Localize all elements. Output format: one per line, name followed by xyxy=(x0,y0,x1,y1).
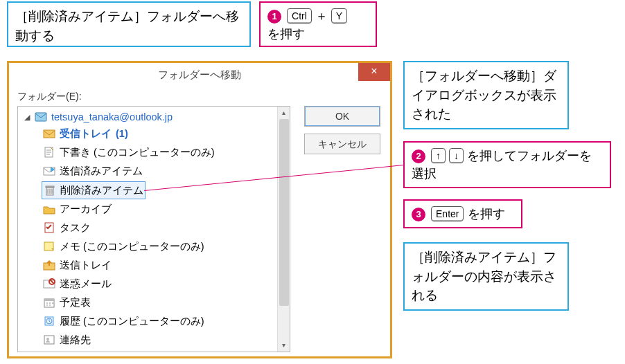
move-to-folder-dialog: フォルダーへ移動 × フォルダー(E): ◢ tetsuya_tanaka@ou… xyxy=(7,61,392,358)
svg-rect-0 xyxy=(35,113,46,121)
tree-item[interactable]: メモ (このコンピューターのみ) xyxy=(42,238,290,257)
tree-item[interactable]: 送信済みアイテム xyxy=(42,163,290,181)
tree-item-count: (1) xyxy=(116,125,128,142)
calendar-icon xyxy=(43,297,55,308)
callout-step-2: 2 ↑ ↓ を押してフォルダーを選択 xyxy=(403,141,611,188)
tree-item-label: 下書き (このコンピューターのみ) xyxy=(60,144,215,161)
callout-dialog-shown: ［フォルダーへ移動］ダイアログボックスが表示された xyxy=(403,61,569,129)
outbox-icon xyxy=(43,260,55,271)
tree-item[interactable]: 下書き (このコンピューターのみ) xyxy=(42,144,290,163)
svg-rect-15 xyxy=(44,336,54,344)
callout-step-1: 1 Ctrl ＋ Y を押す xyxy=(259,1,377,47)
tree-item[interactable]: 迷惑メール xyxy=(42,275,290,294)
step-badge-2: 2 xyxy=(412,149,425,163)
tree-item-label: 履歴 (このコンピューターのみ) xyxy=(60,313,204,329)
scroll-down-icon[interactable]: ▾ xyxy=(278,339,290,352)
contacts-icon xyxy=(43,334,55,345)
svg-rect-7 xyxy=(44,242,53,251)
tree-item-label: 予定表 xyxy=(60,294,91,311)
svg-rect-12 xyxy=(44,299,54,301)
tree-item-label: メモ (このコンピューターのみ) xyxy=(60,238,204,255)
cancel-button-label: キャンセル xyxy=(318,138,367,149)
tree-item[interactable]: 受信トレイ (1) xyxy=(42,125,290,144)
ok-button-label: OK xyxy=(335,111,349,122)
scrollbar[interactable]: ▴ ▾ xyxy=(277,107,290,352)
folder-prompt-label: フォルダー(E): xyxy=(17,91,382,103)
tree-item[interactable]: 削除済みアイテム xyxy=(42,181,290,201)
dialog-body: フォルダー(E): ◢ tetsuya_tanaka@outlook.jp 受信… xyxy=(9,87,390,356)
step1-tail: を押す xyxy=(267,27,305,41)
keycap-down: ↓ xyxy=(449,148,464,163)
keycap-y: Y xyxy=(331,8,347,24)
keycap-up: ↑ xyxy=(431,148,446,163)
callout-step-3: 3 Enter を押す xyxy=(403,199,522,228)
tree-item-label: タスク xyxy=(60,219,91,236)
tree-root[interactable]: ◢ tetsuya_tanaka@outlook.jp 受信トレイ (1)下書き… xyxy=(22,108,290,352)
svg-rect-5 xyxy=(46,186,54,188)
folder-tree[interactable]: ◢ tetsuya_tanaka@outlook.jp 受信トレイ (1)下書き… xyxy=(17,106,290,352)
tree-item-label: 送信トレイ xyxy=(60,257,112,273)
step-badge-1: 1 xyxy=(267,10,281,24)
callout-heading: ［削除済みアイテム］フォルダーへ移動する xyxy=(7,1,251,47)
plus-sign: ＋ xyxy=(315,9,331,23)
trash-icon xyxy=(44,185,56,196)
keycap-enter: Enter xyxy=(431,206,464,221)
sent-icon xyxy=(43,165,55,176)
junk-icon xyxy=(43,278,55,289)
tree-item-label: 受信トレイ xyxy=(60,125,112,142)
tasks-icon xyxy=(43,222,55,233)
callout-heading-text: ［削除済みアイテム］フォルダーへ移動する xyxy=(15,9,239,43)
dialog-titlebar: フォルダーへ移動 × xyxy=(9,63,390,87)
notes-icon xyxy=(43,241,55,252)
drafts-icon xyxy=(43,147,55,158)
keycap-ctrl: Ctrl xyxy=(287,8,312,24)
ok-button[interactable]: OK xyxy=(304,106,380,127)
tree-item-label: アーカイブ xyxy=(60,201,112,217)
dialog-title: フォルダーへ移動 xyxy=(158,69,241,80)
tree-item-label: 削除済みアイテム xyxy=(60,182,143,199)
cancel-button[interactable]: キャンセル xyxy=(304,134,380,154)
chevron-down-icon[interactable]: ◢ xyxy=(24,109,30,125)
close-button[interactable]: × xyxy=(358,63,390,81)
tree-item-label: 送信済みアイテム xyxy=(60,163,143,179)
scroll-up-icon[interactable]: ▴ xyxy=(278,107,290,119)
tree-item[interactable]: 送信トレイ xyxy=(42,257,290,275)
mailbox-icon xyxy=(35,111,47,122)
callout-result-text: ［削除済みアイテム］フォルダーの内容が表示される xyxy=(412,250,556,302)
tree-item[interactable]: 予定表 xyxy=(42,294,290,313)
close-icon: × xyxy=(371,65,377,77)
scroll-thumb[interactable] xyxy=(279,119,289,306)
journal-icon xyxy=(43,316,55,327)
tree-item[interactable]: 連絡先 xyxy=(42,331,290,350)
tree-item-label: 迷惑メール xyxy=(60,275,112,292)
svg-rect-1 xyxy=(44,130,55,138)
inbox-icon xyxy=(43,128,55,139)
tree-item[interactable]: 検索フォルダー xyxy=(42,350,290,352)
callout-result: ［削除済みアイテム］フォルダーの内容が表示される xyxy=(403,242,569,311)
step3-tail: を押す xyxy=(468,207,505,221)
tree-root-label: tetsuya_tanaka@outlook.jp xyxy=(51,109,173,125)
tree-item[interactable]: アーカイブ xyxy=(42,201,290,219)
tree-item-label: 連絡先 xyxy=(60,331,91,348)
callout-dialog-shown-text: ［フォルダーへ移動］ダイアログボックスが表示された xyxy=(412,69,556,121)
svg-point-16 xyxy=(46,338,49,340)
step-badge-3: 3 xyxy=(412,208,425,221)
tree-item-label: 検索フォルダー xyxy=(60,350,132,352)
tree-item[interactable]: タスク xyxy=(42,219,290,238)
tree-item[interactable]: 履歴 (このコンピューターのみ) xyxy=(42,313,290,331)
folder-icon xyxy=(43,203,55,215)
